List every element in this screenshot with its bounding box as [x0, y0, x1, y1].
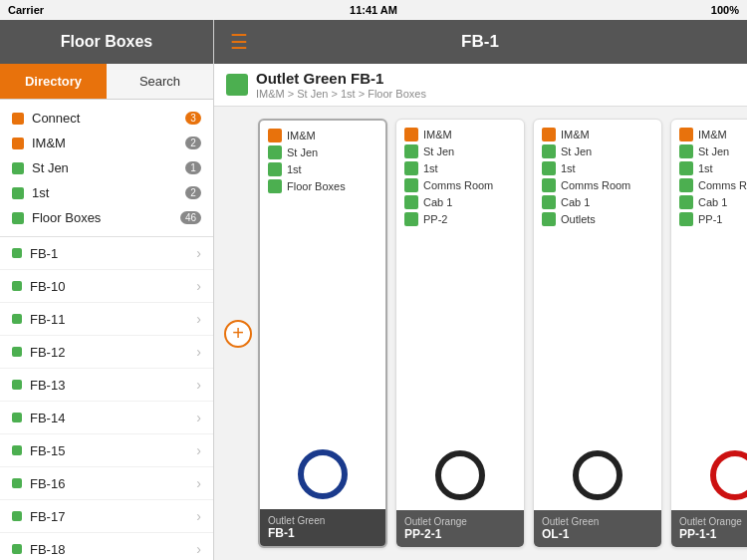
connector-ring [298, 449, 348, 499]
card-footer-type: Outlet Green [542, 516, 653, 527]
list-item-dot [12, 544, 22, 554]
path-icon [679, 161, 693, 175]
path-label: Outlets [561, 213, 596, 225]
list-item-label: FB-13 [30, 378, 196, 393]
path-icon [542, 212, 556, 226]
path-label: Comms Room [423, 179, 493, 191]
list-item[interactable]: FB-18 › [0, 533, 213, 560]
path-item: Cab 1 [542, 195, 653, 209]
path-label: Comms Room [561, 179, 630, 191]
nav-label: Floor Boxes [32, 210, 180, 225]
card-footer-type: Outlet Green [268, 515, 377, 526]
card-footer-name: FB-1 [268, 526, 377, 540]
battery-label: 100% [711, 4, 739, 16]
path-item: St Jen [404, 144, 516, 158]
nav-label: 1st [32, 185, 185, 200]
list-item[interactable]: FB-15 › [0, 434, 213, 467]
path-icon [268, 129, 282, 142]
tab-search[interactable]: Search [107, 64, 213, 99]
sidebar-nav-item-2[interactable]: St Jen 1 [0, 155, 213, 180]
chevron-right-icon: › [196, 475, 201, 491]
sidebar-nav-item-3[interactable]: 1st 2 [0, 180, 213, 205]
tab-directory[interactable]: Directory [0, 64, 107, 99]
card-connector [671, 440, 747, 510]
nav-dot [12, 113, 24, 125]
path-icon [679, 178, 693, 192]
card-connector [534, 440, 661, 510]
path-label: IM&M [698, 129, 727, 140]
list-item-dot [12, 478, 22, 488]
sidebar-nav-item-1[interactable]: IM&M 2 [0, 131, 213, 155]
path-item: Comms Room [542, 178, 653, 192]
path-item: IM&M [679, 128, 747, 141]
path-label: IM&M [561, 129, 590, 140]
card-footer: Outlet Green OL-1 [534, 510, 661, 547]
path-icon [679, 195, 693, 209]
path-icon [542, 144, 556, 158]
list-item-label: FB-17 [30, 509, 196, 524]
path-icon [542, 195, 556, 209]
chevron-right-icon: › [196, 410, 201, 425]
breadcrumb-bar: Outlet Green FB-1 IM&M > St Jen > 1st > … [214, 64, 747, 107]
list-item-label: FB-12 [30, 345, 196, 360]
connector-ring [435, 450, 485, 500]
list-item-dot [12, 347, 22, 357]
path-label: Floor Boxes [287, 180, 346, 192]
sidebar-title: Floor Boxes [61, 33, 152, 51]
path-item: Cab 1 [679, 195, 747, 209]
card-card-1[interactable]: IM&M St Jen 1st Floor Boxes Outlet Green… [258, 119, 387, 548]
list-item-dot [12, 248, 22, 258]
list-item-label: FB-10 [30, 279, 196, 294]
path-label: Cab 1 [698, 196, 727, 208]
chevron-right-icon: › [196, 344, 201, 360]
carrier-label: Carrier [8, 4, 44, 16]
list-item[interactable]: FB-13 › [0, 369, 213, 402]
path-label: 1st [698, 162, 713, 174]
status-bar: Carrier 11:41 AM 100% [0, 0, 747, 20]
path-icon [679, 144, 693, 158]
sidebar-header: Floor Boxes [0, 20, 213, 64]
nav-label: St Jen [32, 160, 185, 175]
card-card-3[interactable]: IM&M St Jen 1st Comms Room Cab 1 Outlets… [533, 119, 662, 548]
list-item-dot [12, 380, 22, 390]
nav-badge: 2 [185, 186, 201, 199]
list-item[interactable]: FB-12 › [0, 336, 213, 369]
path-item: IM&M [268, 129, 377, 142]
card-path: IM&M St Jen 1st Floor Boxes [260, 121, 385, 439]
path-label: Cab 1 [561, 196, 590, 208]
card-card-4[interactable]: IM&M St Jen 1st Comms Room Cab 1 PP-1 Ou… [670, 119, 747, 548]
list-item-dot [12, 314, 22, 324]
path-item: IM&M [404, 128, 516, 141]
list-item[interactable]: FB-16 › [0, 467, 213, 500]
breadcrumb-icon [226, 74, 248, 96]
path-label: 1st [423, 162, 438, 174]
list-item[interactable]: FB-14 › [0, 402, 213, 434]
path-label: 1st [561, 162, 576, 174]
card-footer-name: PP-2-1 [404, 527, 516, 541]
list-item[interactable]: FB-17 › [0, 500, 213, 533]
breadcrumb-title: Outlet Green FB-1 [256, 70, 426, 87]
nav-label: IM&M [32, 136, 185, 150]
chevron-right-icon: › [196, 508, 201, 524]
path-label: PP-2 [423, 213, 447, 225]
sidebar-tabs: Directory Search [0, 64, 213, 100]
card-card-2[interactable]: IM&M St Jen 1st Comms Room Cab 1 PP-2 Ou… [395, 119, 525, 548]
list-item-dot [12, 281, 22, 291]
list-item[interactable]: FB-10 › [0, 270, 213, 303]
connector-ring [573, 450, 622, 500]
card-footer-type: Outlet Orange [404, 516, 516, 527]
nav-dot [12, 187, 24, 199]
path-item: Comms Room [404, 178, 516, 192]
sidebar-nav-item-4[interactable]: Floor Boxes 46 [0, 205, 213, 230]
sidebar: Floor Boxes Directory Search Connect 3 I… [0, 20, 214, 560]
nav-badge: 3 [185, 112, 201, 125]
card-footer: Outlet Green FB-1 [260, 509, 385, 546]
path-icon [404, 212, 418, 226]
add-button[interactable]: + [224, 320, 252, 348]
list-item[interactable]: FB-1 › [0, 237, 213, 270]
main-content: + IM&M St Jen 1st Floor Boxes Outlet Gre… [214, 107, 747, 560]
list-item[interactable]: FB-11 › [0, 303, 213, 336]
app-layout: Floor Boxes Directory Search Connect 3 I… [0, 20, 747, 560]
hamburger-icon[interactable]: ☰ [230, 30, 248, 54]
sidebar-nav-item-0[interactable]: Connect 3 [0, 106, 213, 131]
